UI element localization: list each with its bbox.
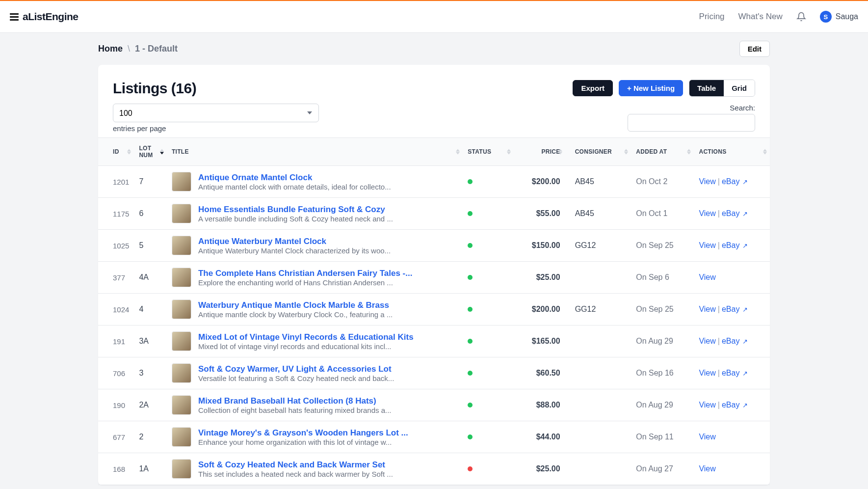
cell-title: Soft & Cozy Heated Neck and Back Warmer … xyxy=(167,453,463,485)
view-grid-button[interactable]: Grid xyxy=(724,80,755,96)
listing-title-link[interactable]: Mixed Lot of Vintage Vinyl Records & Edu… xyxy=(198,332,414,342)
user-menu[interactable]: S Sauga xyxy=(820,11,858,23)
brand-logo[interactable]: aListEngine xyxy=(10,11,79,23)
cell-status xyxy=(463,421,513,453)
view-link[interactable]: View xyxy=(699,241,715,249)
view-link[interactable]: View xyxy=(699,273,715,281)
col-status[interactable]: STATUS xyxy=(463,138,513,166)
external-icon: ↗ xyxy=(740,242,748,249)
view-link[interactable]: View xyxy=(699,369,715,377)
listing-title-link[interactable]: Mixed Brand Baseball Hat Collection (8 H… xyxy=(198,396,392,406)
col-title[interactable]: TITLE xyxy=(167,138,463,166)
breadcrumb-home[interactable]: Home xyxy=(98,44,123,54)
listing-title-link[interactable]: Soft & Cozy Warmer, UV Light & Accessori… xyxy=(198,364,394,374)
listing-desc: This set includes a heated neck and back… xyxy=(198,470,393,478)
cell-status xyxy=(463,166,513,198)
col-actions[interactable]: ACTIONS xyxy=(694,138,770,166)
listing-desc: Antique mantel clock with ornate details… xyxy=(198,183,391,191)
ebay-link[interactable]: eBay ↗ xyxy=(722,337,748,345)
edit-button[interactable]: Edit xyxy=(739,41,770,57)
col-added[interactable]: ADDED AT xyxy=(631,138,694,166)
cell-actions: View|eBay ↗ xyxy=(694,166,770,198)
cell-status xyxy=(463,294,513,326)
external-icon: ↗ xyxy=(740,338,748,345)
export-button[interactable]: Export xyxy=(573,80,613,96)
status-dot xyxy=(468,371,473,376)
breadcrumb-bar: Home \ 1 - Default Edit xyxy=(0,33,868,65)
view-link[interactable]: View xyxy=(699,305,715,313)
view-link[interactable]: View xyxy=(699,337,715,345)
listing-title-link[interactable]: Soft & Cozy Heated Neck and Back Warmer … xyxy=(198,460,393,470)
cell-title: Antique Waterbury Mantel Clock Antique W… xyxy=(167,230,463,261)
entries-select[interactable]: 100 xyxy=(113,104,319,122)
cell-price: $25.00 xyxy=(514,453,565,485)
col-consigner[interactable]: CONSIGNER xyxy=(565,138,631,166)
col-id[interactable]: ID xyxy=(98,138,134,166)
cell-actions: View|eBay ↗ xyxy=(694,230,770,262)
listing-title-link[interactable]: Home Essentials Bundle Featuring Soft & … xyxy=(198,205,393,215)
cell-consigner xyxy=(565,421,631,453)
thumbnail xyxy=(172,299,191,319)
cell-id: 1175 xyxy=(98,198,134,230)
table-row: 191 3A Mixed Lot of Vintage Vinyl Record… xyxy=(98,326,770,357)
cell-actions: View xyxy=(694,262,770,294)
action-sep: | xyxy=(718,177,720,186)
listing-title-link[interactable]: Vintage Morey's & Grayson's Wooden Hange… xyxy=(198,428,408,438)
action-sep: | xyxy=(718,369,720,377)
view-table-button[interactable]: Table xyxy=(689,80,724,96)
breadcrumb: Home \ 1 - Default xyxy=(98,44,178,54)
view-link[interactable]: View xyxy=(699,209,715,217)
ebay-link[interactable]: eBay ↗ xyxy=(722,305,748,313)
cell-price: $60.50 xyxy=(514,357,565,389)
table-row: 190 2A Mixed Brand Baseball Hat Collecti… xyxy=(98,389,770,421)
new-listing-button[interactable]: + New Listing xyxy=(619,80,683,96)
view-link[interactable]: View xyxy=(699,177,715,186)
table-row: 706 3 Soft & Cozy Warmer, UV Light & Acc… xyxy=(98,357,770,389)
breadcrumb-sep: \ xyxy=(128,44,130,54)
listing-desc: Enhance your home organization with this… xyxy=(198,438,408,446)
action-sep: | xyxy=(718,209,720,217)
cell-lot: 1A xyxy=(134,453,167,485)
view-link[interactable]: View xyxy=(699,401,715,409)
cell-added: On Sep 25 xyxy=(631,294,694,326)
ebay-link[interactable]: eBay ↗ xyxy=(722,209,748,217)
action-sep: | xyxy=(718,305,720,313)
thumbnail xyxy=(172,363,191,383)
ebay-link[interactable]: eBay ↗ xyxy=(722,401,748,409)
ebay-link[interactable]: eBay ↗ xyxy=(722,241,748,249)
view-link[interactable]: View xyxy=(699,464,715,473)
table-row: 1025 5 Antique Waterbury Mantel Clock An… xyxy=(98,230,770,262)
listing-title-link[interactable]: Waterbury Antique Mantle Clock Marble & … xyxy=(198,300,393,310)
cell-id: 168 xyxy=(98,453,134,485)
controls-row: 100 entries per page Search: xyxy=(98,104,770,137)
cell-actions: View|eBay ↗ xyxy=(694,294,770,326)
cell-price: $150.00 xyxy=(514,230,565,262)
cell-price: $25.00 xyxy=(514,262,565,294)
cell-lot: 6 xyxy=(134,198,167,230)
cell-added: On Sep 16 xyxy=(631,357,694,389)
bell-icon[interactable] xyxy=(796,12,806,22)
search-input[interactable] xyxy=(628,114,755,132)
cell-status xyxy=(463,389,513,421)
thumbnail xyxy=(172,268,191,287)
col-lot[interactable]: LOT NUM xyxy=(134,138,167,166)
external-icon: ↗ xyxy=(740,402,748,409)
nav-pricing[interactable]: Pricing xyxy=(699,12,725,22)
col-price[interactable]: PRICE xyxy=(514,138,565,166)
cell-lot: 2A xyxy=(134,389,167,421)
listing-desc: Explore the enchanting world of Hans Chr… xyxy=(198,278,412,287)
cell-price: $44.00 xyxy=(514,421,565,453)
ebay-link[interactable]: eBay ↗ xyxy=(722,177,748,186)
cell-lot: 4 xyxy=(134,294,167,326)
listing-title-link[interactable]: Antique Ornate Mantel Clock xyxy=(198,173,391,183)
cell-title: Vintage Morey's & Grayson's Wooden Hange… xyxy=(167,421,463,453)
menu-icon xyxy=(10,12,19,22)
cell-added: On Oct 1 xyxy=(631,198,694,230)
nav-whatsnew[interactable]: What's New xyxy=(738,12,783,22)
cell-price: $55.00 xyxy=(514,198,565,230)
ebay-link[interactable]: eBay ↗ xyxy=(722,369,748,377)
status-dot xyxy=(468,435,473,439)
listing-title-link[interactable]: The Complete Hans Christian Andersen Fai… xyxy=(198,269,412,278)
listing-title-link[interactable]: Antique Waterbury Mantel Clock xyxy=(198,237,391,246)
view-link[interactable]: View xyxy=(699,433,715,441)
